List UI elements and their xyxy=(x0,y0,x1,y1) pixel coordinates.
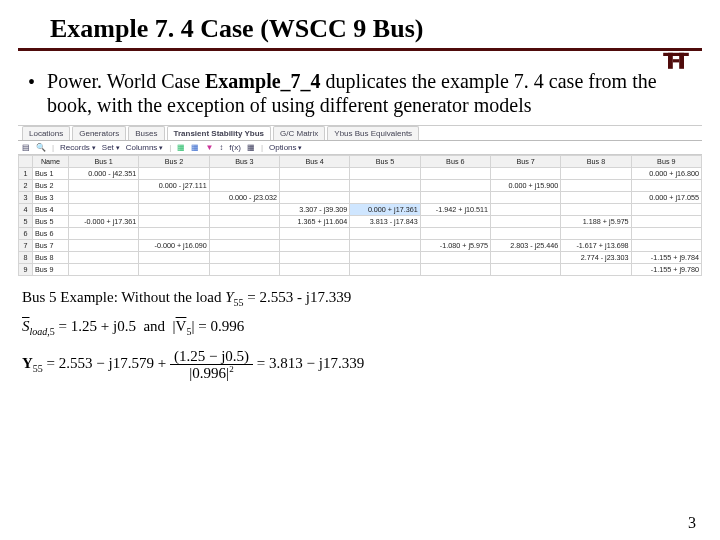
grid-cell[interactable] xyxy=(209,180,279,192)
grid-cell[interactable] xyxy=(561,228,631,240)
grid-cell[interactable]: -0.000 + j16.090 xyxy=(139,240,209,252)
grid-cell[interactable] xyxy=(420,180,490,192)
grid-cell[interactable] xyxy=(350,192,420,204)
grid-cell[interactable]: 0.000 + j17.361 xyxy=(350,204,420,216)
row-name[interactable]: Bus 8 xyxy=(33,252,69,264)
options-dropdown[interactable]: Options xyxy=(269,143,303,152)
palette-icon[interactable]: ▦ xyxy=(177,143,185,152)
grid-cell[interactable]: 0.000 - j42.351 xyxy=(69,168,139,180)
grid-cell[interactable] xyxy=(279,264,349,276)
grid-cell[interactable] xyxy=(209,228,279,240)
grid-cell[interactable] xyxy=(279,228,349,240)
row-name[interactable]: Bus 6 xyxy=(33,228,69,240)
set-dropdown[interactable]: Set xyxy=(102,143,120,152)
records-dropdown[interactable]: Records xyxy=(60,143,96,152)
row-number[interactable]: 3 xyxy=(19,192,33,204)
tab-transient-ybus[interactable]: Transient Stability Ybus xyxy=(167,126,272,140)
grid-cell[interactable]: 3.307 - j39.309 xyxy=(279,204,349,216)
grid-cell[interactable]: 0.000 + j16.800 xyxy=(631,168,701,180)
grid-cell[interactable] xyxy=(420,264,490,276)
row-number[interactable]: 6 xyxy=(19,228,33,240)
col-bus2[interactable]: Bus 2 xyxy=(139,156,209,168)
tab-ybus-equivalents[interactable]: Ybus Bus Equivalents xyxy=(327,126,419,140)
grid-cell[interactable] xyxy=(209,240,279,252)
columns-dropdown[interactable]: Columns xyxy=(126,143,164,152)
row-number[interactable]: 5 xyxy=(19,216,33,228)
grid-cell[interactable]: 3.813 - j17.843 xyxy=(350,216,420,228)
grid-cell[interactable] xyxy=(139,168,209,180)
grid-cell[interactable]: 0.000 + j17.055 xyxy=(631,192,701,204)
grid-cell[interactable] xyxy=(420,252,490,264)
grid-cell[interactable]: -1.155 + j9.780 xyxy=(631,264,701,276)
grid-cell[interactable] xyxy=(139,204,209,216)
grid-cell[interactable] xyxy=(139,252,209,264)
row-name[interactable]: Bus 2 xyxy=(33,180,69,192)
grid-row[interactable]: 5Bus 5-0.000 + j17.3611.365 + j11.6043.8… xyxy=(19,216,702,228)
ybus-grid[interactable]: Name Bus 1 Bus 2 Bus 3 Bus 4 Bus 5 Bus 6… xyxy=(18,155,702,276)
grid-cell[interactable] xyxy=(420,216,490,228)
grid-cell[interactable] xyxy=(209,252,279,264)
grid-cell[interactable]: 2.774 - j23.303 xyxy=(561,252,631,264)
col-name[interactable]: Name xyxy=(33,156,69,168)
tab-gc-matrix[interactable]: G/C Matrix xyxy=(273,126,325,140)
row-number[interactable]: 8 xyxy=(19,252,33,264)
grid-row[interactable]: 1Bus 10.000 - j42.3510.000 + j16.800 xyxy=(19,168,702,180)
grid-cell[interactable]: -1.155 + j9.784 xyxy=(631,252,701,264)
grid-cell[interactable] xyxy=(561,168,631,180)
grid-cell[interactable] xyxy=(209,204,279,216)
grid-cell[interactable]: -0.000 + j17.361 xyxy=(69,216,139,228)
grid-row[interactable]: 9Bus 9-1.155 + j9.780 xyxy=(19,264,702,276)
grid-cell[interactable] xyxy=(350,228,420,240)
grid-cell[interactable] xyxy=(279,168,349,180)
sort-icon[interactable]: ↕ xyxy=(219,143,223,152)
col-bus6[interactable]: Bus 6 xyxy=(420,156,490,168)
col-bus9[interactable]: Bus 9 xyxy=(631,156,701,168)
grid-cell[interactable]: 0.000 + j15.900 xyxy=(490,180,560,192)
grid-cell[interactable] xyxy=(69,228,139,240)
grid-cell[interactable] xyxy=(69,180,139,192)
grid-cell[interactable]: 0.000 - j27.111 xyxy=(139,180,209,192)
col-rownum[interactable] xyxy=(19,156,33,168)
row-name[interactable]: Bus 3 xyxy=(33,192,69,204)
row-number[interactable]: 7 xyxy=(19,240,33,252)
row-name[interactable]: Bus 4 xyxy=(33,204,69,216)
grid-cell[interactable] xyxy=(490,228,560,240)
grid-cell[interactable]: -1.617 + j13.698 xyxy=(561,240,631,252)
grid-row[interactable]: 8Bus 82.774 - j23.303-1.155 + j9.784 xyxy=(19,252,702,264)
grid-cell[interactable] xyxy=(490,252,560,264)
row-number[interactable]: 4 xyxy=(19,204,33,216)
grid-cell[interactable] xyxy=(631,216,701,228)
grid-cell[interactable] xyxy=(631,204,701,216)
grid-cell[interactable] xyxy=(69,264,139,276)
row-number[interactable]: 9 xyxy=(19,264,33,276)
grid-cell[interactable] xyxy=(69,240,139,252)
tab-buses[interactable]: Buses xyxy=(128,126,164,140)
grid-cell[interactable] xyxy=(490,192,560,204)
grid-cell[interactable] xyxy=(139,228,209,240)
grid-cell[interactable]: 2.803 - j25.446 xyxy=(490,240,560,252)
col-bus8[interactable]: Bus 8 xyxy=(561,156,631,168)
grid-cell[interactable] xyxy=(279,192,349,204)
grid-cell[interactable] xyxy=(490,204,560,216)
grid-cell[interactable] xyxy=(420,168,490,180)
grid-cell[interactable] xyxy=(631,180,701,192)
grid-row[interactable]: 6Bus 6 xyxy=(19,228,702,240)
grid-cell[interactable] xyxy=(139,216,209,228)
col-bus4[interactable]: Bus 4 xyxy=(279,156,349,168)
grid-row[interactable]: 4Bus 43.307 - j39.3090.000 + j17.361-1.9… xyxy=(19,204,702,216)
grid-cell[interactable] xyxy=(350,168,420,180)
grid-cell[interactable] xyxy=(279,240,349,252)
grid-cell[interactable]: 0.000 - j23.032 xyxy=(209,192,279,204)
binoculars-icon[interactable]: 🔍 xyxy=(36,143,46,152)
row-name[interactable]: Bus 1 xyxy=(33,168,69,180)
row-name[interactable]: Bus 5 xyxy=(33,216,69,228)
grid-cell[interactable]: 1.365 + j11.604 xyxy=(279,216,349,228)
grid-cell[interactable] xyxy=(209,168,279,180)
tab-locations[interactable]: Locations xyxy=(22,126,70,140)
grid-cell[interactable] xyxy=(631,240,701,252)
grid-cell[interactable]: 1.188 + j5.975 xyxy=(561,216,631,228)
find-icon[interactable]: f(x) xyxy=(229,143,241,152)
col-bus1[interactable]: Bus 1 xyxy=(69,156,139,168)
col-bus3[interactable]: Bus 3 xyxy=(209,156,279,168)
grid-icon[interactable]: ▦ xyxy=(247,143,255,152)
